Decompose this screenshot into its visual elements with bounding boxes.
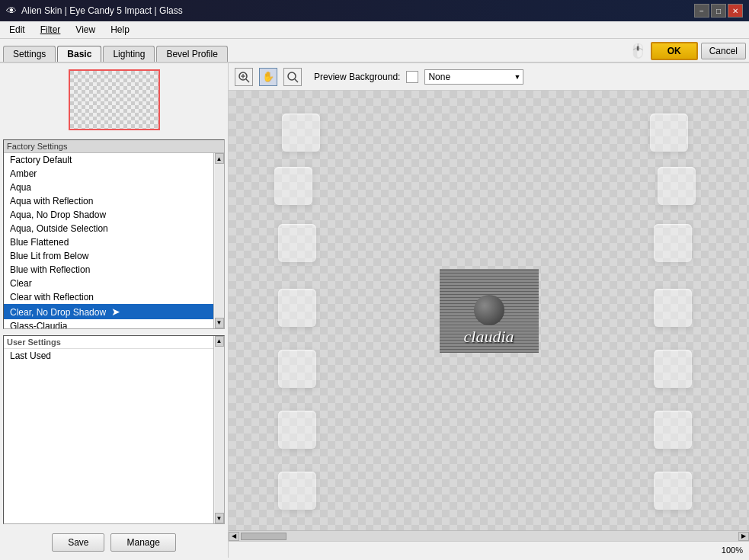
menu-filter[interactable]: Filter [34, 23, 67, 37]
selected-arrow-icon: ➤ [111, 306, 120, 318]
menu-edit[interactable]: Edit [3, 23, 31, 37]
scroll-thumb-h[interactable] [241, 533, 286, 540]
left-panel: Factory Settings Factory Default Amber A… [0, 63, 229, 558]
glass-square-5 [278, 224, 316, 262]
tab-bevel-profile[interactable]: Bevel Profile [156, 46, 227, 62]
factory-settings-label: Factory Settings [7, 142, 67, 151]
preset-aqua[interactable]: Aqua [4, 181, 213, 194]
zoom-in-icon [238, 71, 250, 83]
manage-button[interactable]: Manage [110, 533, 175, 552]
preset-aqua-outside[interactable]: Aqua, Outside Selection [4, 222, 213, 235]
glass-square-10 [654, 350, 692, 388]
svg-line-6 [246, 79, 249, 82]
thumbnail-checkerboard [70, 71, 158, 129]
glass-square-7 [278, 289, 316, 327]
menu-view[interactable]: View [69, 23, 101, 37]
bg-color-swatch [406, 71, 418, 83]
user-settings-scrollbar[interactable]: ▲ ▼ [213, 336, 224, 524]
zoom-in-tool[interactable] [235, 68, 253, 86]
preset-clear-no-drop[interactable]: Clear, No Drop Shadow ➤ [4, 304, 213, 319]
horizontal-scrollbar[interactable]: ◀ ▶ [229, 530, 749, 541]
svg-line-10 [295, 79, 298, 82]
preview-toolbar: ✋ Preview Background: None White Black C… [229, 63, 749, 91]
preset-list-scroll[interactable]: Factory Default Amber Aqua Aqua with Ref… [4, 153, 213, 328]
tab-basic[interactable]: Basic [57, 46, 101, 62]
cancel-button[interactable]: Cancel [701, 43, 746, 59]
preset-blue-flattened[interactable]: Blue Flattened [4, 235, 213, 249]
maximize-button[interactable]: □ [711, 4, 726, 18]
glass-square-2 [650, 114, 688, 152]
ok-button[interactable]: OK [651, 42, 698, 60]
preview-thumbnail [69, 69, 160, 130]
zoom-fit-icon [286, 71, 299, 83]
scroll-right-arrow[interactable]: ▶ [738, 532, 749, 541]
tab-settings[interactable]: Settings [3, 46, 56, 62]
glass-square-9 [278, 350, 316, 388]
claudia-preview: claudia [440, 269, 539, 353]
window-title: Alien Skin | Eye Candy 5 Impact | Glass [21, 5, 183, 16]
preset-list-header: Factory Settings [4, 140, 224, 153]
preset-list: Factory Settings Factory Default Amber A… [3, 139, 225, 329]
user-settings-list: User Settings Last Used ▲ ▼ [3, 335, 225, 525]
preview-canvas: claudia [229, 91, 749, 530]
preset-blue-lit[interactable]: Blue Lit from Below [4, 249, 213, 263]
tab-lighting[interactable]: Lighting [103, 46, 155, 62]
scroll-left-arrow[interactable]: ◀ [229, 532, 239, 541]
glass-square-1 [282, 114, 320, 152]
menu-help[interactable]: Help [104, 23, 136, 37]
title-bar: 👁 Alien Skin | Eye Candy 5 Impact | Glas… [0, 0, 749, 21]
menu-bar: Edit Filter View Help [0, 21, 749, 39]
preset-aqua-no-drop[interactable]: Aqua, No Drop Shadow [4, 208, 213, 222]
zoom-fit-tool[interactable] [283, 68, 302, 86]
preset-last-used[interactable]: Last Used [4, 349, 213, 363]
ok-cancel-area: 🖱️ OK Cancel [629, 42, 746, 62]
scroll-down-arrow[interactable]: ▼ [215, 318, 224, 328]
glass-square-13 [278, 472, 316, 510]
user-scroll-up[interactable]: ▲ [215, 336, 224, 347]
glass-square-12 [654, 411, 692, 449]
claudia-preview-container: claudia [440, 269, 539, 353]
minimize-button[interactable]: − [694, 4, 709, 18]
main-area: Factory Settings Factory Default Amber A… [0, 63, 749, 558]
glass-square-8 [654, 289, 692, 327]
glass-square-14 [654, 472, 692, 510]
status-bar: 100% [229, 541, 749, 558]
scroll-up-arrow[interactable]: ▲ [215, 153, 224, 164]
zoom-level: 100% [722, 546, 743, 555]
app-icon: 👁 [6, 5, 17, 17]
preset-clear[interactable]: Clear [4, 277, 213, 290]
preset-glass-claudia[interactable]: Glass-Claudia [4, 319, 213, 328]
bottom-buttons: Save Manage [0, 527, 228, 558]
preset-scrollbar[interactable]: ▲ ▼ [213, 153, 224, 328]
svg-rect-4 [70, 71, 158, 129]
close-button[interactable]: ✕ [728, 4, 743, 18]
preview-bg-select[interactable]: None White Black Custom... [424, 69, 523, 85]
title-controls: − □ ✕ [694, 4, 743, 18]
preset-factory-default[interactable]: Factory Default [4, 153, 213, 167]
cursor-icon: 🖱️ [629, 43, 646, 59]
save-button[interactable]: Save [52, 533, 104, 552]
claudia-text: claudia [464, 327, 514, 346]
glass-square-11 [278, 411, 316, 449]
svg-point-9 [288, 72, 296, 80]
glass-square-6 [654, 224, 692, 262]
globe-icon [474, 295, 504, 325]
right-panel: ✋ Preview Background: None White Black C… [229, 63, 749, 558]
user-settings-header: User Settings [4, 336, 213, 349]
glass-square-3 [274, 167, 312, 205]
pan-tool[interactable]: ✋ [259, 68, 277, 86]
pan-icon: ✋ [262, 71, 274, 82]
user-scroll-down[interactable]: ▼ [215, 513, 224, 523]
tabs-row: Settings Basic Lighting Bevel Profile 🖱️… [0, 39, 749, 63]
preview-bg-label: Preview Background: [314, 72, 400, 82]
preset-blue-reflection[interactable]: Blue with Reflection [4, 263, 213, 277]
preview-bg-select-wrapper[interactable]: None White Black Custom... [424, 69, 523, 85]
preset-amber[interactable]: Amber [4, 167, 213, 181]
preset-clear-reflection[interactable]: Clear with Reflection [4, 290, 213, 304]
preset-aqua-reflection[interactable]: Aqua with Reflection [4, 194, 213, 208]
glass-square-4 [658, 167, 696, 205]
